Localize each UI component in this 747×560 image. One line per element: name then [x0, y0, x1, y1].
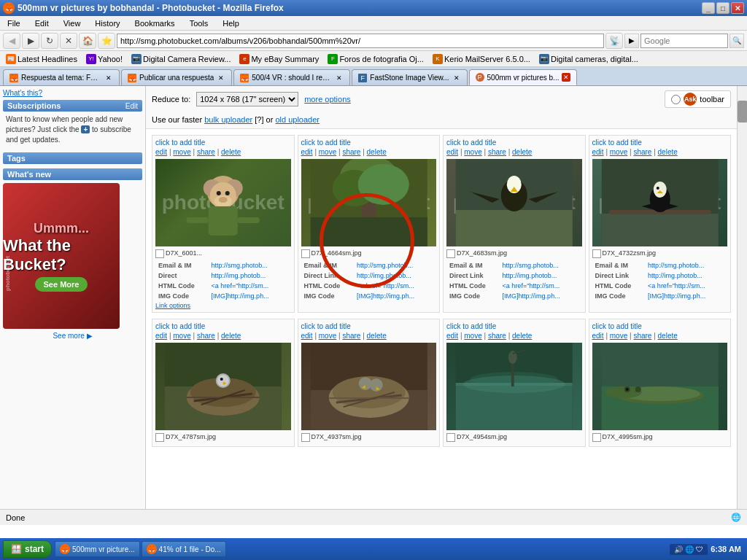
action-move-2-1[interactable]: move [173, 332, 190, 340]
action-delete-2-2[interactable]: delete [367, 332, 387, 340]
action-share-1-3[interactable]: share [488, 148, 506, 156]
action-share-2-4[interactable]: share [633, 332, 651, 340]
reload-button[interactable]: ↻ [41, 33, 58, 49]
taskbar-item-1[interactable]: 🦊 41% of 1 file - Do... [142, 541, 226, 557]
action-move-2-2[interactable]: move [319, 332, 336, 340]
photo-title-1-1[interactable]: click to add title [155, 139, 291, 147]
tab-faststone[interactable]: F FastStone Image View... ✕ [352, 69, 467, 85]
tab-close-3[interactable]: ✕ [452, 74, 461, 82]
more-options-link[interactable]: more options [304, 95, 351, 104]
bookmark-digital-camera[interactable]: 📷 Digital Camera Review... [128, 53, 233, 65]
menu-view[interactable]: View [59, 18, 85, 29]
action-move-1-2[interactable]: move [319, 148, 336, 156]
action-share-2-2[interactable]: share [342, 332, 360, 340]
action-share-1-1[interactable]: share [197, 148, 215, 156]
action-delete-2-4[interactable]: delete [658, 332, 678, 340]
action-edit-1-2[interactable]: edit [301, 148, 313, 156]
menu-bookmarks[interactable]: Bookmarks [131, 18, 179, 29]
action-share-2-1[interactable]: share [197, 332, 215, 340]
sidebar-whats-new-header[interactable]: What's new [3, 168, 142, 180]
action-move-1-4[interactable]: move [610, 148, 627, 156]
action-edit-2-1[interactable]: edit [155, 332, 167, 340]
bookmark-page-button[interactable]: ⭐ [98, 33, 115, 49]
see-more-button[interactable]: See More [35, 277, 88, 292]
action-edit-2-3[interactable]: edit [446, 332, 458, 340]
menu-tools[interactable]: Tools [185, 18, 213, 29]
action-edit-1-4[interactable]: edit [592, 148, 604, 156]
reduce-select[interactable]: 747 x 560 (17" screen) [196, 92, 298, 106]
photo-thumbnail-2-3[interactable] [446, 343, 582, 430]
bookmark-digital-cameras2[interactable]: 📷 Digital cameras, digital... [536, 53, 641, 65]
photo-title-1-2[interactable]: click to add title [301, 139, 437, 147]
start-button[interactable]: 🪟 start [3, 540, 52, 558]
whats-this-link[interactable]: What's this? [3, 89, 142, 97]
window-controls[interactable]: _ □ ✕ [702, 2, 744, 14]
action-share-2-3[interactable]: share [488, 332, 506, 340]
photo-checkbox-2-1[interactable] [155, 433, 164, 442]
minimize-button[interactable]: _ [702, 2, 715, 14]
photo-thumbnail-2-4[interactable] [592, 343, 728, 430]
sidebar-tags-header[interactable]: Tags [3, 152, 142, 164]
photo-title-2-2[interactable]: click to add title [301, 322, 437, 330]
photo-checkbox-1-4[interactable] [592, 249, 601, 258]
action-delete-1-1[interactable]: delete [221, 148, 241, 156]
photo-thumbnail-1-1[interactable]: photobucket [155, 159, 291, 246]
action-delete-1-2[interactable]: delete [367, 148, 387, 156]
action-delete-1-4[interactable]: delete [658, 148, 678, 156]
taskbar-item-0[interactable]: 🦊 500mm vr picture... [55, 541, 140, 557]
photo-title-2-3[interactable]: click to add title [446, 322, 582, 330]
action-move-2-3[interactable]: move [464, 332, 481, 340]
action-delete-1-3[interactable]: delete [512, 148, 532, 156]
ask-radio[interactable] [671, 95, 681, 104]
sidebar-subscriptions-header[interactable]: Subscriptions Edit [3, 100, 142, 112]
search-input[interactable] [640, 34, 728, 48]
photo-thumbnail-2-1[interactable] [155, 343, 291, 430]
sidebar-see-more-link[interactable]: See more ▶ [3, 332, 142, 340]
photo-title-2-4[interactable]: click to add title [592, 322, 728, 330]
sidebar-subscriptions-edit[interactable]: Edit [125, 102, 138, 110]
action-edit-2-4[interactable]: edit [592, 332, 604, 340]
maximize-button[interactable]: □ [716, 2, 729, 14]
action-move-1-3[interactable]: move [464, 148, 481, 156]
photo-thumbnail-1-2[interactable]: photobucket [301, 159, 437, 246]
photo-checkbox-2-4[interactable] [592, 433, 601, 442]
action-move-1-1[interactable]: move [173, 148, 190, 156]
tab-close-0[interactable]: ✕ [104, 74, 113, 82]
back-button[interactable]: ◀ [3, 33, 20, 49]
bookmark-kerio[interactable]: K Kerio MailServer 6.5.0... [430, 53, 533, 65]
menu-edit[interactable]: Edit [31, 18, 53, 29]
photo-thumbnail-1-4[interactable]: photobucket [592, 159, 728, 246]
bookmark-latest-headlines[interactable]: 📰 Latest Headlines [3, 53, 80, 65]
go-button[interactable]: ▶ [624, 34, 639, 48]
photo-checkbox-1-1[interactable] [155, 249, 164, 258]
tab-500mm[interactable]: P 500mm vr pictures b... ✕ [469, 69, 578, 85]
bookmark-yahoo[interactable]: Y! Yahoo! [83, 53, 125, 65]
menu-file[interactable]: File [3, 18, 25, 29]
action-move-2-4[interactable]: move [610, 332, 627, 340]
photo-checkbox-1-3[interactable] [446, 249, 455, 258]
tab-respuesta[interactable]: 🦊 Respuesta al tema: Fel... ✕ [3, 69, 120, 85]
photo-checkbox-2-3[interactable] [446, 433, 455, 442]
search-go-button[interactable]: 🔍 [729, 34, 744, 48]
old-uploader-link[interactable]: old uploader [275, 115, 320, 124]
action-share-1-4[interactable]: share [633, 148, 651, 156]
stop-button[interactable]: ✕ [60, 33, 77, 49]
home-button[interactable]: 🏠 [79, 33, 96, 49]
bookmark-foros[interactable]: F Foros de fotografia Oj... [325, 53, 427, 65]
tab-close-1[interactable]: ✕ [217, 74, 225, 82]
link-options-1-1[interactable]: Link options [155, 302, 291, 309]
action-edit-2-2[interactable]: edit [301, 332, 313, 340]
bookmark-ebay[interactable]: e My eBay Summary [236, 53, 322, 65]
menu-help[interactable]: Help [218, 18, 244, 29]
tab-close-4[interactable]: ✕ [562, 73, 570, 82]
url-bar[interactable] [117, 34, 604, 48]
main-scrollbar[interactable] [737, 86, 747, 509]
tab-500vr[interactable]: 🦊 500/4 VR : should I rep... ✕ [233, 69, 350, 85]
tab-publicar[interactable]: 🦊 Publicar una respuesta ✕ [121, 69, 232, 85]
bulk-uploader-link[interactable]: bulk uploader [204, 115, 252, 124]
photo-title-2-1[interactable]: click to add title [155, 322, 291, 330]
action-edit-1-3[interactable]: edit [446, 148, 458, 156]
menu-history[interactable]: History [90, 18, 124, 29]
photo-checkbox-1-2[interactable] [301, 249, 310, 258]
photo-title-1-3[interactable]: click to add title [446, 139, 582, 147]
